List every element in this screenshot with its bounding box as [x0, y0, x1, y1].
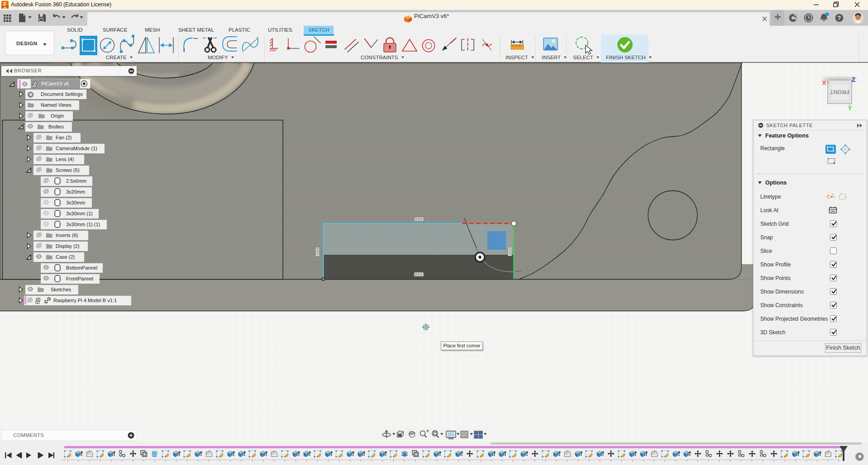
svg-text:Z: Z [852, 76, 856, 83]
svg-text:FRONT: FRONT [830, 89, 849, 95]
svg-text:X: X [822, 79, 826, 86]
svg-text:Y: Y [848, 104, 852, 112]
svg-text:?: ? [838, 15, 841, 21]
